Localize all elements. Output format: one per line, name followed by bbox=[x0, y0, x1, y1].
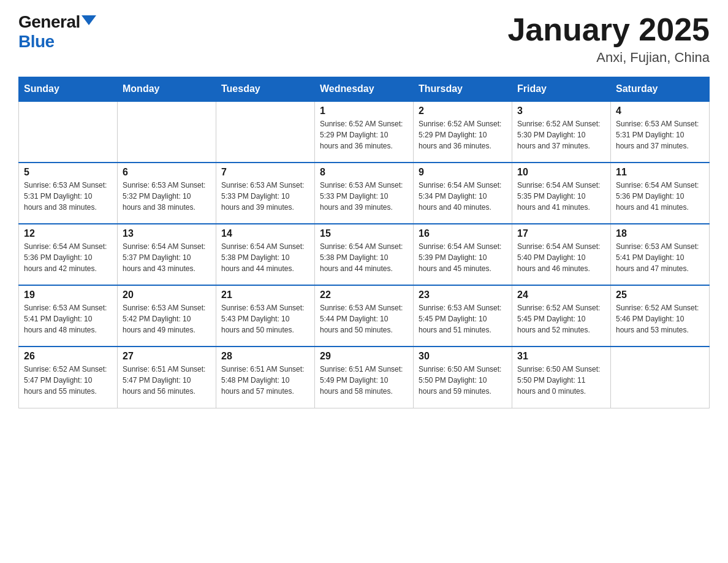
calendar-cell: 19Sunrise: 6:53 AM Sunset: 5:41 PM Dayli… bbox=[19, 285, 118, 347]
calendar-cell bbox=[118, 101, 216, 163]
calendar-cell: 2Sunrise: 6:52 AM Sunset: 5:29 PM Daylig… bbox=[414, 101, 512, 163]
day-info: Sunrise: 6:53 AM Sunset: 5:41 PM Dayligh… bbox=[24, 302, 112, 335]
day-number: 1 bbox=[320, 105, 408, 117]
calendar-cell bbox=[611, 347, 710, 408]
calendar-cell: 9Sunrise: 6:54 AM Sunset: 5:34 PM Daylig… bbox=[414, 163, 512, 224]
day-number: 18 bbox=[616, 228, 704, 239]
calendar-cell: 13Sunrise: 6:54 AM Sunset: 5:37 PM Dayli… bbox=[118, 224, 216, 285]
calendar-cell: 22Sunrise: 6:53 AM Sunset: 5:44 PM Dayli… bbox=[315, 285, 414, 347]
day-number: 5 bbox=[24, 167, 112, 178]
day-info: Sunrise: 6:52 AM Sunset: 5:29 PM Dayligh… bbox=[419, 118, 507, 151]
day-number: 6 bbox=[123, 167, 211, 178]
calendar-cell: 15Sunrise: 6:54 AM Sunset: 5:38 PM Dayli… bbox=[315, 224, 414, 285]
day-info: Sunrise: 6:51 AM Sunset: 5:48 PM Dayligh… bbox=[221, 364, 309, 397]
day-info: Sunrise: 6:50 AM Sunset: 5:50 PM Dayligh… bbox=[419, 364, 507, 397]
day-info: Sunrise: 6:52 AM Sunset: 5:47 PM Dayligh… bbox=[24, 364, 112, 397]
day-number: 12 bbox=[24, 228, 112, 239]
day-number: 2 bbox=[419, 105, 507, 117]
day-info: Sunrise: 6:52 AM Sunset: 5:45 PM Dayligh… bbox=[517, 302, 605, 335]
logo-general-text: General bbox=[18, 12, 80, 32]
day-info: Sunrise: 6:53 AM Sunset: 5:32 PM Dayligh… bbox=[123, 180, 211, 213]
day-number: 15 bbox=[320, 228, 408, 239]
calendar-header: SundayMondayTuesdayWednesdayThursdayFrid… bbox=[19, 77, 710, 102]
day-info: Sunrise: 6:54 AM Sunset: 5:36 PM Dayligh… bbox=[616, 180, 704, 213]
day-info: Sunrise: 6:53 AM Sunset: 5:33 PM Dayligh… bbox=[221, 180, 309, 213]
week-row-2: 5Sunrise: 6:53 AM Sunset: 5:31 PM Daylig… bbox=[19, 163, 710, 224]
calendar-cell: 30Sunrise: 6:50 AM Sunset: 5:50 PM Dayli… bbox=[414, 347, 512, 408]
calendar-cell: 31Sunrise: 6:50 AM Sunset: 5:50 PM Dayli… bbox=[512, 347, 611, 408]
header-day-tuesday: Tuesday bbox=[216, 77, 315, 102]
day-number: 14 bbox=[221, 228, 309, 239]
week-row-5: 26Sunrise: 6:52 AM Sunset: 5:47 PM Dayli… bbox=[19, 347, 710, 408]
day-info: Sunrise: 6:53 AM Sunset: 5:41 PM Dayligh… bbox=[616, 241, 704, 274]
day-info: Sunrise: 6:52 AM Sunset: 5:29 PM Dayligh… bbox=[320, 118, 408, 151]
header-row: SundayMondayTuesdayWednesdayThursdayFrid… bbox=[19, 77, 710, 102]
day-number: 26 bbox=[24, 351, 112, 362]
day-info: Sunrise: 6:53 AM Sunset: 5:31 PM Dayligh… bbox=[616, 118, 704, 151]
logo-blue-text: Blue bbox=[18, 32, 96, 52]
week-row-1: 1Sunrise: 6:52 AM Sunset: 5:29 PM Daylig… bbox=[19, 101, 710, 163]
day-info: Sunrise: 6:51 AM Sunset: 5:47 PM Dayligh… bbox=[123, 364, 211, 397]
day-number: 30 bbox=[419, 351, 507, 362]
day-info: Sunrise: 6:53 AM Sunset: 5:42 PM Dayligh… bbox=[123, 302, 211, 335]
day-info: Sunrise: 6:54 AM Sunset: 5:38 PM Dayligh… bbox=[221, 241, 309, 274]
day-number: 10 bbox=[517, 167, 605, 178]
calendar-cell: 28Sunrise: 6:51 AM Sunset: 5:48 PM Dayli… bbox=[216, 347, 315, 408]
day-info: Sunrise: 6:53 AM Sunset: 5:44 PM Dayligh… bbox=[320, 302, 408, 335]
day-info: Sunrise: 6:54 AM Sunset: 5:34 PM Dayligh… bbox=[419, 180, 507, 213]
day-info: Sunrise: 6:53 AM Sunset: 5:45 PM Dayligh… bbox=[419, 302, 507, 335]
day-number: 25 bbox=[616, 289, 704, 301]
day-number: 7 bbox=[221, 167, 309, 178]
calendar-cell: 20Sunrise: 6:53 AM Sunset: 5:42 PM Dayli… bbox=[118, 285, 216, 347]
header-day-wednesday: Wednesday bbox=[315, 77, 414, 102]
calendar-cell: 16Sunrise: 6:54 AM Sunset: 5:39 PM Dayli… bbox=[414, 224, 512, 285]
calendar-cell: 12Sunrise: 6:54 AM Sunset: 5:36 PM Dayli… bbox=[19, 224, 118, 285]
day-info: Sunrise: 6:50 AM Sunset: 5:50 PM Dayligh… bbox=[517, 364, 605, 397]
day-number: 31 bbox=[517, 351, 605, 362]
day-number: 4 bbox=[616, 105, 704, 117]
day-info: Sunrise: 6:54 AM Sunset: 5:39 PM Dayligh… bbox=[419, 241, 507, 274]
day-number: 29 bbox=[320, 351, 408, 362]
calendar-table: SundayMondayTuesdayWednesdayThursdayFrid… bbox=[18, 77, 710, 408]
header-day-saturday: Saturday bbox=[611, 77, 710, 102]
week-row-4: 19Sunrise: 6:53 AM Sunset: 5:41 PM Dayli… bbox=[19, 285, 710, 347]
day-number: 13 bbox=[123, 228, 211, 239]
calendar-cell: 24Sunrise: 6:52 AM Sunset: 5:45 PM Dayli… bbox=[512, 285, 611, 347]
day-number: 17 bbox=[517, 228, 605, 239]
day-number: 23 bbox=[419, 289, 507, 301]
calendar-cell: 21Sunrise: 6:53 AM Sunset: 5:43 PM Dayli… bbox=[216, 285, 315, 347]
calendar-cell: 5Sunrise: 6:53 AM Sunset: 5:31 PM Daylig… bbox=[19, 163, 118, 224]
calendar-cell: 8Sunrise: 6:53 AM Sunset: 5:33 PM Daylig… bbox=[315, 163, 414, 224]
calendar-cell: 18Sunrise: 6:53 AM Sunset: 5:41 PM Dayli… bbox=[611, 224, 710, 285]
day-number: 9 bbox=[419, 167, 507, 178]
day-info: Sunrise: 6:54 AM Sunset: 5:36 PM Dayligh… bbox=[24, 241, 112, 274]
calendar-cell: 4Sunrise: 6:53 AM Sunset: 5:31 PM Daylig… bbox=[611, 101, 710, 163]
day-info: Sunrise: 6:51 AM Sunset: 5:49 PM Dayligh… bbox=[320, 364, 408, 397]
day-number: 27 bbox=[123, 351, 211, 362]
day-info: Sunrise: 6:52 AM Sunset: 5:30 PM Dayligh… bbox=[517, 118, 605, 151]
day-number: 19 bbox=[24, 289, 112, 301]
day-number: 11 bbox=[616, 167, 704, 178]
day-number: 16 bbox=[419, 228, 507, 239]
calendar-cell: 6Sunrise: 6:53 AM Sunset: 5:32 PM Daylig… bbox=[118, 163, 216, 224]
calendar-cell: 23Sunrise: 6:53 AM Sunset: 5:45 PM Dayli… bbox=[414, 285, 512, 347]
day-number: 22 bbox=[320, 289, 408, 301]
day-number: 8 bbox=[320, 167, 408, 178]
calendar-cell: 27Sunrise: 6:51 AM Sunset: 5:47 PM Dayli… bbox=[118, 347, 216, 408]
calendar-cell: 10Sunrise: 6:54 AM Sunset: 5:35 PM Dayli… bbox=[512, 163, 611, 224]
calendar-cell: 1Sunrise: 6:52 AM Sunset: 5:29 PM Daylig… bbox=[315, 101, 414, 163]
day-number: 21 bbox=[221, 289, 309, 301]
calendar-cell bbox=[216, 101, 315, 163]
calendar-cell: 7Sunrise: 6:53 AM Sunset: 5:33 PM Daylig… bbox=[216, 163, 315, 224]
calendar-cell bbox=[19, 101, 118, 163]
calendar-cell: 25Sunrise: 6:52 AM Sunset: 5:46 PM Dayli… bbox=[611, 285, 710, 347]
day-number: 20 bbox=[123, 289, 211, 301]
day-number: 3 bbox=[517, 105, 605, 117]
calendar-cell: 11Sunrise: 6:54 AM Sunset: 5:36 PM Dayli… bbox=[611, 163, 710, 224]
calendar-body: 1Sunrise: 6:52 AM Sunset: 5:29 PM Daylig… bbox=[19, 101, 710, 408]
day-info: Sunrise: 6:54 AM Sunset: 5:35 PM Dayligh… bbox=[517, 180, 605, 213]
day-number: 24 bbox=[517, 289, 605, 301]
page-header: General Blue January 2025 Anxi, Fujian, … bbox=[18, 12, 710, 66]
location-title: Anxi, Fujian, China bbox=[507, 50, 710, 66]
calendar-cell: 26Sunrise: 6:52 AM Sunset: 5:47 PM Dayli… bbox=[19, 347, 118, 408]
